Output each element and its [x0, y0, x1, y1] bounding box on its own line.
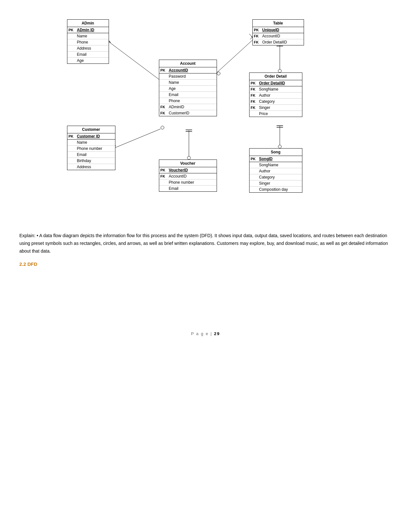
song-field-category: Category — [250, 174, 302, 180]
entity-order-detail-title: Order Detail — [250, 73, 302, 80]
account-field-name: Name — [159, 80, 217, 86]
svg-point-11 — [217, 72, 220, 75]
entity-song: Song PK SongID SongName Author Category … — [249, 148, 302, 193]
entity-customer: Customer PK Customer ID Name Phone numbe… — [67, 126, 115, 170]
svg-point-7 — [161, 126, 164, 129]
account-field-phone: Phone — [159, 98, 217, 104]
voucher-field-phone: Phone number — [159, 179, 217, 186]
table-field-accountid: FK AccountID — [253, 33, 304, 39]
footer-text: P a g e | — [191, 331, 212, 336]
entity-song-pk: PK SongID — [250, 156, 302, 162]
admin-field-email: Email — [67, 52, 109, 58]
svg-line-8 — [217, 39, 254, 73]
svg-line-0 — [109, 42, 161, 81]
page-content: ADmin PK ADmin ID Name Phone Address Ema… — [19, 10, 392, 336]
voucher-field-accountid: FK AccountID — [159, 173, 217, 179]
account-field-adminid: FK ADminID — [159, 104, 217, 110]
page-footer: P a g e | 29 — [19, 331, 392, 336]
svg-line-12 — [249, 34, 252, 37]
entity-table: Table PK UniqueID FK AccountID FK Order … — [252, 19, 304, 45]
entity-customer-pk: PK Customer ID — [67, 133, 115, 140]
explain-text: Explain: • A data flow diagram depicts t… — [19, 232, 392, 255]
song-field-songname: SongName — [250, 162, 302, 168]
customer-field-address: Address — [67, 164, 115, 170]
customer-field-email: Email — [67, 152, 115, 158]
entity-customer-title: Customer — [67, 126, 115, 133]
entity-voucher: Voucher PK VoucherID FK AccountID Phone … — [159, 160, 217, 192]
admin-field-age: Age — [67, 58, 109, 63]
admin-field-phone: Phone — [67, 39, 109, 45]
entity-voucher-title: Voucher — [159, 160, 217, 167]
pk-label: PK — [69, 28, 76, 32]
entity-table-title: Table — [253, 20, 304, 27]
page-number: 29 — [214, 331, 220, 336]
order-detail-field-price: Price — [250, 111, 302, 117]
account-field-age: Age — [159, 86, 217, 92]
svg-line-4 — [114, 129, 161, 148]
entity-account: Account PK AccountID Password Name Age E… — [159, 60, 217, 116]
admin-pk-field: ADmin ID — [76, 28, 107, 32]
section-heading: 2.2 DFD — [19, 261, 392, 267]
erd-diagram: ADmin PK ADmin ID Name Phone Address Ema… — [51, 10, 360, 222]
entity-account-title: Account — [159, 60, 217, 67]
account-field-password: Password — [159, 73, 217, 80]
voucher-field-email: Email — [159, 186, 217, 191]
entity-order-detail: Order Detail PK Order DetailID FK SongNa… — [249, 73, 302, 117]
admin-field-name: Name — [67, 33, 109, 39]
song-field-compositionday: Composition day — [250, 187, 302, 192]
customer-field-birthday: Birthday — [67, 158, 115, 164]
order-detail-field-author: FK Author — [250, 92, 302, 99]
entity-account-pk: PK AccountID — [159, 67, 217, 73]
song-field-singer: Singer — [250, 180, 302, 187]
customer-field-phone: Phone number — [67, 146, 115, 152]
entity-order-detail-pk: PK Order DetailID — [250, 80, 302, 86]
order-detail-field-songname: FK SongName — [250, 86, 302, 92]
customer-field-name: Name — [67, 140, 115, 146]
entity-admin-pk: PK ADmin ID — [67, 27, 109, 33]
order-detail-field-category: FK Category — [250, 99, 302, 105]
table-field-orderdetailid: FK Order DetailID — [253, 39, 304, 45]
account-field-email: Email — [159, 92, 217, 98]
song-field-author: Author — [250, 168, 302, 174]
order-detail-field-singer: FK Singer — [250, 105, 302, 111]
admin-field-address: Address — [67, 45, 109, 52]
explain-section: Explain: • A data flow diagram depicts t… — [19, 232, 392, 255]
entity-table-pk: PK UniqueID — [253, 27, 304, 33]
svg-line-13 — [250, 37, 252, 39]
entity-voucher-pk: PK VoucherID — [159, 167, 217, 173]
svg-point-17 — [278, 69, 281, 73]
entity-admin-title: ADmin — [67, 20, 109, 27]
entity-admin: ADmin PK ADmin ID Name Phone Address Ema… — [67, 19, 109, 64]
svg-point-25 — [187, 156, 191, 160]
entity-song-title: Song — [250, 149, 302, 156]
svg-point-21 — [278, 145, 281, 148]
account-field-customerid: FK CustomerID — [159, 110, 217, 116]
